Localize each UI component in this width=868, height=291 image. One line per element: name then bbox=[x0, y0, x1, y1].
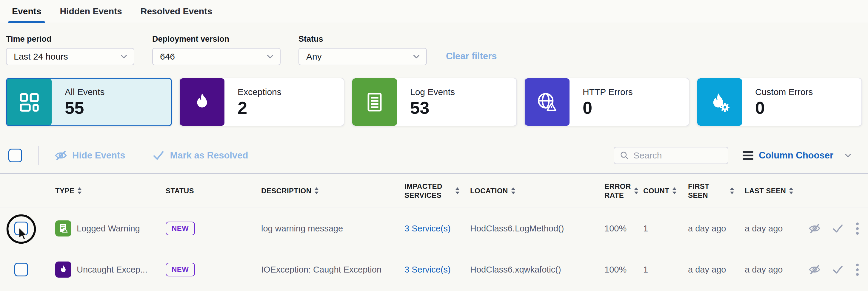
card-exceptions[interactable]: Exceptions 2 bbox=[179, 78, 344, 126]
card-label: Log Events bbox=[410, 87, 455, 97]
card-label: Custom Errors bbox=[755, 87, 813, 97]
card-count: 2 bbox=[238, 99, 281, 117]
flame-icon bbox=[180, 78, 224, 126]
impacted-services-link[interactable]: 3 Service(s) bbox=[404, 265, 451, 275]
hide-events-button[interactable]: Hide Events bbox=[54, 149, 125, 162]
tab-hidden-events[interactable]: Hidden Events bbox=[56, 0, 125, 23]
time-period-filter: Time period Last 24 hours bbox=[6, 35, 134, 65]
exception-flame-icon bbox=[55, 261, 71, 278]
sort-icon[interactable] bbox=[455, 187, 460, 194]
column-header-description[interactable]: DESCRIPTION bbox=[251, 186, 394, 195]
chevron-down-icon bbox=[267, 54, 273, 59]
cell-status: NEW bbox=[155, 263, 251, 277]
cell-first-seen: a day ago bbox=[678, 265, 734, 275]
card-http-errors[interactable]: HTTP Errors 0 bbox=[524, 78, 689, 126]
cell-error-rate: 100% bbox=[594, 265, 633, 275]
sort-icon[interactable] bbox=[789, 187, 794, 194]
cell-actions bbox=[794, 221, 862, 236]
table-row[interactable]: Uncaught Excep... NEW IOException: Caugh… bbox=[0, 249, 868, 290]
resolve-icon[interactable] bbox=[832, 263, 844, 276]
resolve-icon[interactable] bbox=[832, 222, 844, 235]
hide-event-icon[interactable] bbox=[808, 263, 821, 276]
cell-location: HodClass6.xqwkafotic() bbox=[460, 265, 594, 275]
deployment-version-filter: Deployment version 646 bbox=[152, 35, 281, 65]
column-header-location[interactable]: LOCATION bbox=[460, 186, 594, 195]
cell-count: 1 bbox=[633, 224, 678, 233]
cell-impacted-services: 3 Service(s) bbox=[394, 265, 460, 275]
cell-last-seen: a day ago bbox=[734, 265, 794, 275]
status-value: Any bbox=[306, 51, 322, 62]
table-row[interactable]: Logged Warning NEW log warning message 3… bbox=[0, 208, 868, 249]
sort-icon[interactable] bbox=[77, 187, 82, 194]
more-options-icon[interactable] bbox=[855, 221, 860, 236]
deployment-version-select[interactable]: 646 bbox=[152, 48, 281, 65]
column-header-count[interactable]: COUNT bbox=[633, 186, 678, 195]
dashboard-icon bbox=[7, 79, 52, 125]
more-options-icon[interactable] bbox=[855, 262, 860, 277]
select-all-checkbox[interactable] bbox=[8, 149, 22, 162]
column-chooser-button[interactable]: Column Chooser bbox=[743, 150, 851, 161]
summary-cards: All Events 55 Exceptions 2 Log Events bbox=[0, 65, 868, 126]
column-header-status[interactable]: STATUS bbox=[155, 186, 251, 195]
cell-error-rate: 100% bbox=[594, 224, 633, 233]
chevron-down-icon bbox=[121, 54, 127, 59]
time-period-select[interactable]: Last 24 hours bbox=[6, 48, 134, 65]
table-toolbar: Hide Events Mark as Resolved Column Choo… bbox=[0, 126, 868, 165]
log-warning-icon bbox=[55, 220, 71, 237]
impacted-services-link[interactable]: 3 Service(s) bbox=[404, 224, 451, 233]
card-all-events[interactable]: All Events 55 bbox=[6, 78, 172, 126]
check-icon bbox=[152, 149, 165, 162]
sort-icon[interactable] bbox=[511, 187, 516, 194]
cell-type: Logged Warning bbox=[45, 220, 155, 237]
column-header-type[interactable]: TYPE bbox=[45, 186, 155, 195]
cell-impacted-services: 3 Service(s) bbox=[394, 224, 460, 233]
card-label: Exceptions bbox=[238, 87, 281, 97]
card-label: All Events bbox=[65, 87, 104, 97]
column-header-last-seen[interactable]: LAST SEEN bbox=[734, 186, 794, 195]
sort-icon[interactable] bbox=[314, 187, 319, 194]
status-label: Status bbox=[299, 35, 427, 44]
time-period-value: Last 24 hours bbox=[14, 51, 68, 62]
card-count: 55 bbox=[65, 99, 104, 117]
card-count: 0 bbox=[583, 99, 633, 117]
table-header-row: TYPE STATUS DESCRIPTION IMPACTED SERVICE… bbox=[0, 173, 868, 208]
hide-event-icon[interactable] bbox=[808, 222, 821, 235]
cell-status: NEW bbox=[155, 222, 251, 235]
tab-events[interactable]: Events bbox=[8, 0, 45, 23]
sort-icon[interactable] bbox=[730, 187, 734, 194]
cell-description: IOException: Caught Exception bbox=[251, 265, 394, 275]
mark-as-resolved-button[interactable]: Mark as Resolved bbox=[152, 149, 248, 162]
clear-filters-button[interactable]: Clear filters bbox=[446, 51, 497, 65]
cell-first-seen: a day ago bbox=[678, 224, 734, 233]
hamburger-icon bbox=[743, 151, 753, 160]
tab-resolved-events[interactable]: Resolved Events bbox=[137, 0, 216, 23]
cell-type: Uncaught Excep... bbox=[45, 261, 155, 278]
cell-last-seen: a day ago bbox=[734, 224, 794, 233]
chevron-down-icon bbox=[845, 153, 851, 157]
card-count: 53 bbox=[410, 99, 455, 117]
cell-count: 1 bbox=[633, 265, 678, 275]
column-header-impacted-services[interactable]: IMPACTED SERVICES bbox=[394, 182, 460, 200]
search-icon bbox=[620, 151, 629, 160]
column-header-error-rate[interactable]: ERROR RATE bbox=[594, 182, 633, 200]
status-select[interactable]: Any bbox=[299, 48, 427, 65]
card-custom-errors[interactable]: Custom Errors 0 bbox=[697, 78, 862, 126]
deployment-version-label: Deployment version bbox=[152, 35, 281, 44]
time-period-label: Time period bbox=[6, 35, 134, 44]
card-count: 0 bbox=[755, 99, 813, 117]
search-input[interactable] bbox=[633, 150, 722, 160]
card-log-events[interactable]: Log Events 53 bbox=[352, 78, 517, 126]
chevron-down-icon bbox=[413, 54, 420, 59]
column-header-first-seen[interactable]: FIRST SEEN bbox=[678, 182, 734, 200]
status-filter: Status Any bbox=[299, 35, 427, 65]
cell-description: log warning message bbox=[251, 224, 394, 233]
eye-slash-icon bbox=[54, 149, 67, 162]
row-checkbox[interactable] bbox=[14, 263, 28, 277]
deployment-version-value: 646 bbox=[160, 51, 175, 62]
status-badge: NEW bbox=[166, 263, 195, 277]
row-checkbox[interactable] bbox=[14, 222, 28, 235]
status-badge: NEW bbox=[166, 222, 195, 235]
toolbar-divider bbox=[38, 146, 39, 165]
cell-actions bbox=[794, 262, 862, 277]
sort-icon[interactable] bbox=[672, 187, 677, 194]
